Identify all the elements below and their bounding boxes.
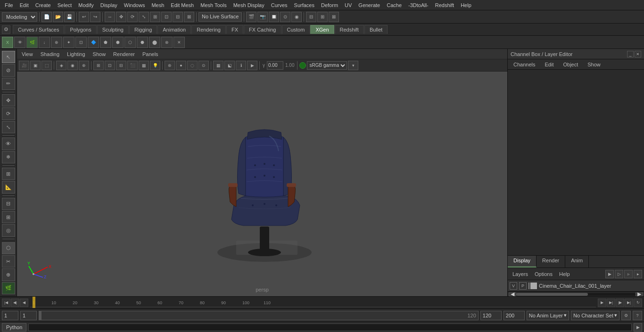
scroll-right-btn[interactable]: ▶ xyxy=(636,292,643,296)
cb-tab-edit[interactable]: Edit xyxy=(541,61,557,68)
shelf-btn-3[interactable]: 🌿 xyxy=(26,37,38,48)
no-live-surface-btn[interactable]: No Live Surface xyxy=(198,12,242,22)
vp-grid-btn[interactable]: ▦ xyxy=(213,61,223,70)
vp-film-btn[interactable]: ▣ xyxy=(30,61,41,70)
anim-layer-dropdown[interactable]: No Anim Layer ▾ xyxy=(527,311,569,320)
shelf-btn-5[interactable]: ⊕ xyxy=(51,37,62,48)
tab-fx-caching[interactable]: FX Caching xyxy=(244,25,281,34)
vp-tex-btn[interactable]: ▩ xyxy=(139,61,149,70)
tab-curves-surfaces[interactable]: Curves / Surfaces xyxy=(13,25,64,34)
menu-cache[interactable]: Cache xyxy=(384,1,405,9)
play-fwd-btn[interactable]: ▶ xyxy=(598,299,606,307)
menu-mesh-tools[interactable]: Mesh Tools xyxy=(198,1,229,9)
snap-to-grid-btn[interactable]: ⊞ xyxy=(2,168,15,180)
menu-surfaces[interactable]: Surfaces xyxy=(291,1,317,9)
cb-tab-show[interactable]: Show xyxy=(584,61,604,68)
scroll-left-btn[interactable]: ◀ xyxy=(509,292,516,296)
tab-animation[interactable]: Animation xyxy=(157,25,191,34)
loop-btn[interactable]: ↻ xyxy=(634,299,642,307)
layout1-btn[interactable]: ⊟ xyxy=(306,12,316,22)
layer-arrow-right4-btn[interactable]: ▸ xyxy=(634,270,642,278)
render5-btn[interactable]: ◉ xyxy=(291,12,302,22)
show-hide-btn[interactable]: 👁 xyxy=(2,138,15,150)
menu-curves[interactable]: Curves xyxy=(268,1,290,9)
vp-play-btn[interactable]: ▶ xyxy=(247,61,257,70)
viewport-menu-panels[interactable]: Panels xyxy=(140,50,160,58)
move-tool-btn[interactable]: ✥ xyxy=(2,94,15,106)
tab-sculpting[interactable]: Sculpting xyxy=(97,25,129,34)
cb-tab-object[interactable]: Object xyxy=(559,61,582,68)
menu-create[interactable]: Create xyxy=(33,1,54,9)
redo-btn[interactable]: ↪ xyxy=(90,12,100,22)
tab-rendering[interactable]: Rendering xyxy=(191,25,226,34)
menu-edit[interactable]: Edit xyxy=(17,1,32,9)
render-btn[interactable]: 🎬 xyxy=(246,12,256,22)
menu-windows[interactable]: Windows xyxy=(121,1,148,9)
vp-hud-btn[interactable]: ⬕ xyxy=(224,61,235,70)
vp-cam-btn[interactable]: 🎥 xyxy=(19,61,29,70)
tab-redshift[interactable]: Redshift xyxy=(335,25,364,34)
layout3-btn[interactable]: ⊠ xyxy=(329,12,339,22)
menu-help[interactable]: Help xyxy=(458,1,474,9)
tab-xgen[interactable]: XGen xyxy=(310,25,334,34)
menu-uv[interactable]: UV xyxy=(342,1,355,9)
shelf-btn-7[interactable]: ⊡ xyxy=(75,37,87,48)
vp-sel2-btn[interactable]: ◉ xyxy=(67,61,78,70)
multi-cut-btn[interactable]: ✂ xyxy=(2,255,15,267)
shelf-btn-14[interactable]: ⊗ xyxy=(161,37,173,48)
menu-deform[interactable]: Deform xyxy=(318,1,341,9)
shelf-btn-8[interactable]: 🔷 xyxy=(88,37,99,48)
scale-tool-btn[interactable]: ⤡ xyxy=(2,121,15,133)
layout2-btn[interactable]: ⊞ xyxy=(317,12,328,22)
measure-btn[interactable]: 📐 xyxy=(2,181,15,193)
menu-mesh[interactable]: Mesh xyxy=(149,1,167,9)
go-end-btn[interactable]: ▶| xyxy=(625,299,633,307)
vp-sel1-btn[interactable]: ◈ xyxy=(56,61,66,70)
next-key-btn[interactable]: |▶ xyxy=(616,299,624,307)
menu-mesh-display[interactable]: Mesh Display xyxy=(231,1,267,9)
mode-settings-btn[interactable]: ⚙ xyxy=(2,25,10,34)
tab-polygons[interactable]: Polygons xyxy=(65,25,96,34)
help-btn[interactable]: ? xyxy=(633,311,642,320)
snap-btn[interactable]: ⊞ xyxy=(150,12,160,22)
vp-gate-btn[interactable]: ⬚ xyxy=(41,61,52,70)
vp-light-btn[interactable]: 💡 xyxy=(150,61,160,70)
viewport-canvas[interactable]: persp X Y Z xyxy=(17,72,507,296)
mode-dropdown[interactable]: Modeling xyxy=(2,12,37,22)
layer-visibility-btn[interactable]: V xyxy=(510,282,517,290)
prev-frame-btn[interactable]: ◀ xyxy=(20,299,28,307)
menu-3dtall[interactable]: -3DtoAll- xyxy=(405,1,431,9)
layer-arrow-right2-btn[interactable]: ▷ xyxy=(615,270,623,278)
shelf-btn-6[interactable]: ✦ xyxy=(63,37,74,48)
vp-motion-btn[interactable]: ◌ xyxy=(187,61,198,70)
shelf-btn-15[interactable]: ✕ xyxy=(173,37,185,48)
undo-btn[interactable]: ↩ xyxy=(79,12,89,22)
shelf-btn-12[interactable]: ⬣ xyxy=(137,37,148,48)
frame-start-input[interactable] xyxy=(20,311,37,320)
prefs-btn[interactable]: ⚙ xyxy=(621,311,631,320)
lasso-select-btn[interactable]: ⊘ xyxy=(2,64,15,76)
display-tab-render[interactable]: Render xyxy=(537,256,565,267)
tab-rigging[interactable]: Rigging xyxy=(129,25,157,34)
timeline-ruler[interactable]: 1 10 20 30 40 50 60 70 80 90 100 110 xyxy=(30,297,596,308)
grid-btn[interactable]: ⊞ xyxy=(2,211,15,223)
layout-btn[interactable]: ⊟ xyxy=(2,198,15,210)
shelf-btn-10[interactable]: ⬢ xyxy=(112,37,124,48)
python-input[interactable] xyxy=(28,324,632,331)
viewport-menu-show[interactable]: Show xyxy=(91,50,108,58)
prev-key-btn[interactable]: ◀| xyxy=(11,299,19,307)
menu-select[interactable]: Select xyxy=(55,1,75,9)
tab-custom[interactable]: Custom xyxy=(282,25,310,34)
shelf-btn-2[interactable]: 👁 xyxy=(14,37,25,48)
cb-tab-channels[interactable]: Channels xyxy=(510,61,539,68)
save-scene-btn[interactable]: 💾 xyxy=(64,12,74,22)
connect-btn[interactable]: ⊕ xyxy=(2,268,15,281)
tab-fx[interactable]: FX xyxy=(226,25,243,34)
viewport-menu-shading[interactable]: Shading xyxy=(39,50,61,58)
range-end-input[interactable] xyxy=(480,311,502,320)
display-tab-display[interactable]: Display xyxy=(508,256,537,267)
menu-display[interactable]: Display xyxy=(98,1,120,9)
render3-btn[interactable]: 🔲 xyxy=(269,12,279,22)
new-scene-btn[interactable]: 📄 xyxy=(41,12,52,22)
range-slider[interactable]: 120 xyxy=(39,311,479,320)
